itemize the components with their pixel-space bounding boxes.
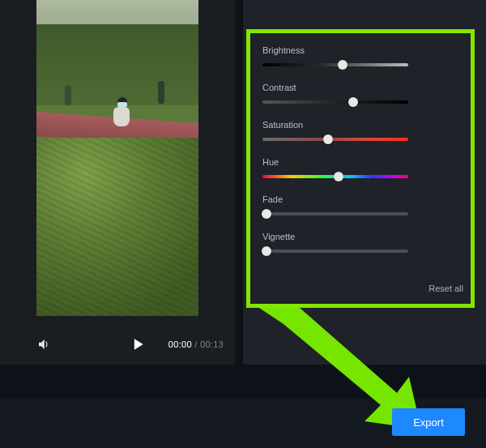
vignette-label: Vignette (262, 232, 465, 241)
brightness-slider[interactable] (262, 63, 408, 66)
timecode: 00:00 / 00:13 (168, 339, 224, 349)
fade-slider[interactable] (262, 212, 408, 215)
reset-all-button[interactable]: Reset all (428, 284, 463, 293)
video-content (36, 24, 198, 105)
brightness-thumb[interactable] (338, 60, 347, 70)
saturation-thumb[interactable] (323, 134, 333, 144)
time-separator: / (192, 339, 200, 349)
fade-label: Fade (262, 194, 465, 204)
fade-thumb[interactable] (262, 209, 271, 219)
hue-row: Hue (262, 157, 465, 178)
vignette-thumb[interactable] (262, 246, 271, 256)
duration: 00:13 (200, 339, 224, 349)
play-button[interactable] (130, 336, 146, 352)
video-content (109, 96, 134, 134)
brightness-row: Brightness (262, 45, 465, 66)
saturation-label: Saturation (262, 120, 465, 130)
volume-icon[interactable] (36, 337, 51, 352)
hue-slider[interactable] (262, 175, 408, 178)
contrast-thumb[interactable] (348, 97, 358, 107)
saturation-row: Saturation (262, 120, 465, 141)
current-time: 00:00 (168, 339, 192, 349)
fade-row: Fade (262, 194, 465, 215)
adjustments-panel: Brightness Contrast Saturation Hue (243, 0, 486, 365)
preview-panel: 00:00 / 00:13 (0, 0, 235, 365)
hue-thumb[interactable] (334, 172, 343, 181)
saturation-slider[interactable] (262, 138, 408, 141)
brightness-label: Brightness (262, 45, 465, 55)
player-controls: 00:00 / 00:13 (0, 324, 235, 365)
sliders-group: Brightness Contrast Saturation Hue (262, 45, 465, 269)
hue-label: Hue (262, 157, 465, 167)
video-content (36, 138, 198, 316)
contrast-label: Contrast (262, 83, 465, 92)
video-content (158, 81, 164, 104)
vignette-slider[interactable] (262, 250, 408, 253)
video-preview[interactable] (36, 0, 198, 316)
contrast-row: Contrast (262, 83, 465, 104)
vignette-row: Vignette (262, 232, 465, 253)
app-stage: 00:00 / 00:13 Brightness Contrast Satura… (0, 0, 486, 448)
contrast-slider[interactable] (262, 100, 408, 104)
video-content (65, 85, 71, 105)
export-button[interactable]: Export (392, 408, 465, 436)
